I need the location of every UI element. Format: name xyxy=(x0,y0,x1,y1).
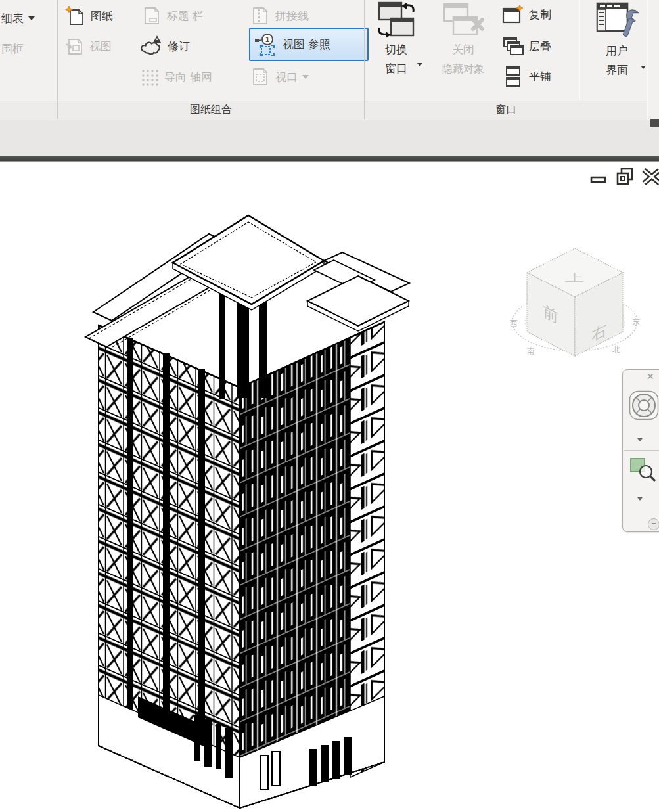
view-reference-icon: 1 xyxy=(254,33,278,56)
user-interface-label-2: 界面 xyxy=(606,60,628,80)
sheet-label: 图纸 xyxy=(91,9,113,24)
options-bar xyxy=(0,120,659,156)
cascade-windows-icon xyxy=(502,35,524,56)
revision-cloud-icon xyxy=(139,35,163,56)
guide-grid-button[interactable]: 导向 轴网 xyxy=(140,64,212,90)
navbar-collapse-button[interactable]: – xyxy=(648,518,659,530)
compass-east-label[interactable]: 东 xyxy=(632,317,640,327)
restore-button[interactable] xyxy=(616,167,634,187)
place-view-icon xyxy=(64,36,85,56)
tile-label: 平铺 xyxy=(529,69,551,84)
minimize-button[interactable] xyxy=(590,167,608,187)
replicate-window-icon xyxy=(502,4,524,25)
close-hidden-label-1: 关闭 xyxy=(452,39,474,60)
ribbon: 细表 围框 图纸 标题 栏 拼接线 xyxy=(0,0,659,122)
tile-button[interactable]: 平铺 xyxy=(502,63,551,89)
window-panel-title[interactable]: 窗口 xyxy=(365,101,647,120)
revision-label: 修订 xyxy=(168,39,190,54)
title-block-label: 标题 栏 xyxy=(167,9,204,24)
matchline-icon xyxy=(250,6,271,26)
title-block-icon xyxy=(141,6,162,26)
user-interface-button[interactable]: 用户 界面 xyxy=(587,0,647,99)
frame-corner xyxy=(650,119,659,127)
switch-windows-button[interactable]: 切换 窗口 xyxy=(367,0,426,99)
view-button[interactable]: 视图 xyxy=(64,33,112,59)
replicate-label: 复制 xyxy=(529,7,551,22)
window-panel-title-label: 窗口 xyxy=(495,104,516,115)
zoom-region-button[interactable] xyxy=(629,455,658,484)
viewport-label: 视口 xyxy=(275,70,298,85)
chevron-down-icon xyxy=(417,63,422,66)
view-window-top-edge xyxy=(0,156,659,162)
chevron-down-icon xyxy=(302,75,309,79)
steering-wheel-button[interactable] xyxy=(628,390,659,421)
sheet-composition-panel-title[interactable]: 图纸组合 xyxy=(58,101,364,120)
guide-grid-label: 导向 轴网 xyxy=(164,70,212,85)
steering-wheel-dropdown-icon[interactable] xyxy=(637,438,643,441)
switch-windows-icon xyxy=(375,1,417,39)
compass-north-label[interactable]: 北 xyxy=(612,345,620,354)
navbar-close-icon[interactable]: ✕ xyxy=(647,371,654,382)
cascade-label: 层叠 xyxy=(529,39,551,54)
left-panel-title xyxy=(0,101,57,120)
zoom-dropdown-icon[interactable] xyxy=(637,497,643,501)
close-hidden-label-2: 隐藏对象 xyxy=(442,58,484,79)
close-hidden-button[interactable]: 关闭 隐藏对象 xyxy=(427,0,499,99)
matchline-label: 拼接线 xyxy=(275,9,309,24)
viewcube[interactable]: 西 东 南 北 上 前 右 xyxy=(507,238,643,363)
user-interface-icon xyxy=(595,1,639,41)
chevron-down-icon xyxy=(28,16,35,20)
view-reference-label: 视图 参照 xyxy=(283,37,330,52)
guide-grid-icon xyxy=(140,68,160,86)
matchline-button[interactable]: 拼接线 xyxy=(250,3,309,29)
tile-windows-icon xyxy=(502,65,524,87)
view-label: 视图 xyxy=(89,39,112,54)
building-3d-wireframe xyxy=(51,196,419,812)
panel-separator xyxy=(647,0,647,119)
compass-west-label[interactable]: 西 xyxy=(510,319,518,328)
view-reference-button[interactable]: 1 视图 参照 xyxy=(249,28,369,61)
navigation-bar: ✕ – xyxy=(622,369,659,532)
compass-south-label[interactable]: 南 xyxy=(527,346,535,355)
sheet-button[interactable]: 图纸 xyxy=(64,3,113,29)
user-interface-label-1: 用户 xyxy=(606,41,628,61)
revit-application: { "colors":{"accent_blue":"#3077c2","sel… xyxy=(0,0,659,812)
scope-box-label: 围框 xyxy=(1,41,24,56)
replicate-button[interactable]: 复制 xyxy=(502,1,551,28)
close-button[interactable] xyxy=(641,167,659,187)
switch-windows-label-2: 窗口 xyxy=(385,58,407,79)
revision-button[interactable]: 修订 xyxy=(139,33,190,59)
schedules-button[interactable]: 细表 xyxy=(1,5,35,32)
panel-separator xyxy=(364,0,365,119)
drawing-area[interactable]: 西 东 南 北 上 前 右 ✕ – xyxy=(0,162,659,812)
scope-box-button[interactable]: 围框 xyxy=(1,35,24,62)
chevron-down-icon xyxy=(641,66,646,69)
viewport-icon xyxy=(250,67,271,87)
new-sheet-icon xyxy=(64,5,86,26)
navbar-divider xyxy=(624,450,659,451)
sheet-composition-panel-title-label: 图纸组合 xyxy=(190,104,232,115)
switch-windows-label-1: 切换 xyxy=(385,39,407,60)
view-window-controls xyxy=(590,167,659,187)
title-block-button[interactable]: 标题 栏 xyxy=(141,3,204,29)
cascade-button[interactable]: 层叠 xyxy=(502,33,551,59)
viewport-button[interactable]: 视口 xyxy=(250,64,309,90)
svg-text:1: 1 xyxy=(265,35,269,43)
close-hidden-icon xyxy=(439,1,488,39)
schedules-label: 细表 xyxy=(1,11,24,26)
viewcube-top-label: 上 xyxy=(565,271,585,283)
